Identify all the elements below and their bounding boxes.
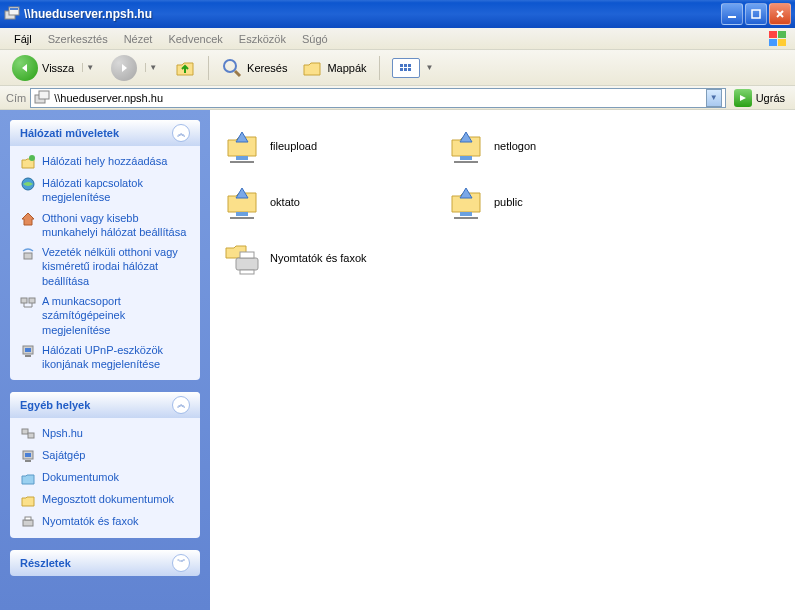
window-controls	[721, 3, 791, 25]
window-title: \\hueduserver.npsh.hu	[24, 7, 721, 21]
network-icon	[20, 426, 36, 442]
back-button[interactable]: Vissza ▼	[6, 51, 103, 85]
shared-folder-icon	[20, 492, 36, 508]
back-dropdown-icon[interactable]: ▼	[82, 63, 97, 72]
file-label: public	[494, 196, 523, 208]
file-item-printers[interactable]: Nyomtatók és faxok	[220, 232, 440, 284]
task-home-network[interactable]: Otthoni vagy kisebb munkahelyi hálózat b…	[20, 211, 190, 240]
svg-rect-22	[22, 429, 28, 434]
task-network-connections[interactable]: Hálózati kapcsolatok megjelenítése	[20, 176, 190, 205]
close-button[interactable]	[769, 3, 791, 25]
file-item-oktato[interactable]: oktato	[220, 176, 440, 228]
documents-icon	[20, 470, 36, 486]
share-folder-icon	[446, 182, 486, 222]
place-mycomputer[interactable]: Sajátgép	[20, 448, 190, 464]
place-printers[interactable]: Nyomtatók és faxok	[20, 514, 190, 530]
file-label: oktato	[270, 196, 300, 208]
separator	[379, 56, 380, 80]
up-button[interactable]	[168, 53, 202, 83]
panel-header[interactable]: Részletek ︾	[10, 550, 200, 576]
printer-icon	[20, 514, 36, 530]
task-upnp[interactable]: Hálózati UPnP-eszközök ikonjának megjele…	[20, 343, 190, 372]
panel-body: Hálózati hely hozzáadása Hálózati kapcso…	[10, 146, 200, 380]
file-label: Nyomtatók és faxok	[270, 252, 367, 264]
svg-rect-10	[39, 91, 49, 99]
wireless-icon	[20, 245, 36, 261]
view-icon	[392, 58, 420, 78]
home-network-icon	[20, 211, 36, 227]
menu-help[interactable]: Súgó	[294, 30, 336, 48]
search-label: Keresés	[247, 62, 287, 74]
globe-icon	[20, 176, 36, 192]
file-pane[interactable]: fileupload netlogon oktato public Nyomta…	[210, 110, 795, 610]
place-documents[interactable]: Dokumentumok	[20, 470, 190, 486]
panel-title: Hálózati műveletek	[20, 127, 119, 139]
folder-up-icon	[174, 57, 196, 79]
svg-rect-31	[460, 156, 472, 160]
go-icon	[734, 89, 752, 107]
file-label: fileupload	[270, 140, 317, 152]
svg-point-11	[29, 155, 35, 161]
svg-rect-28	[25, 517, 31, 520]
task-workgroup[interactable]: A munkacsoport számítógépeinek megjelení…	[20, 294, 190, 337]
file-label: netlogon	[494, 140, 536, 152]
expand-icon[interactable]: ︾	[172, 554, 190, 572]
menubar: Fájl Szerkesztés Nézet Kedvencek Eszközö…	[0, 28, 795, 50]
svg-rect-13	[24, 253, 32, 259]
menu-view[interactable]: Nézet	[116, 30, 161, 48]
folders-button[interactable]: Mappák	[295, 53, 372, 83]
view-button[interactable]: ▼	[386, 54, 440, 82]
place-npsh[interactable]: Npsh.hu	[20, 426, 190, 442]
task-add-network-place[interactable]: Hálózati hely hozzáadása	[20, 154, 190, 170]
svg-rect-3	[728, 16, 736, 18]
svg-rect-4	[752, 10, 760, 18]
search-button[interactable]: Keresés	[215, 53, 293, 83]
file-item-public[interactable]: public	[444, 176, 664, 228]
forward-dropdown-icon[interactable]: ▼	[145, 63, 160, 72]
svg-rect-29	[236, 156, 248, 160]
svg-rect-37	[236, 258, 258, 270]
svg-rect-2	[10, 8, 18, 10]
task-wireless-network[interactable]: Vezeték nélküli otthoni vagy kisméretű i…	[20, 245, 190, 288]
svg-line-8	[235, 71, 240, 76]
sidebar: Hálózati műveletek ︽ Hálózati hely hozzá…	[0, 110, 210, 610]
address-value: \\hueduserver.npsh.hu	[54, 92, 701, 104]
file-item-fileupload[interactable]: fileupload	[220, 120, 440, 172]
svg-rect-14	[21, 298, 27, 303]
menu-edit[interactable]: Szerkesztés	[40, 30, 116, 48]
menu-favorites[interactable]: Kedvencek	[160, 30, 230, 48]
place-shared-documents[interactable]: Megosztott dokumentumok	[20, 492, 190, 508]
share-folder-icon	[222, 182, 262, 222]
svg-rect-25	[25, 453, 31, 457]
share-folder-icon	[222, 126, 262, 166]
minimize-button[interactable]	[721, 3, 743, 25]
svg-rect-21	[25, 355, 31, 357]
collapse-icon[interactable]: ︽	[172, 124, 190, 142]
forward-button[interactable]: ▼	[105, 51, 166, 85]
panel-header[interactable]: Hálózati műveletek ︽	[10, 120, 200, 146]
back-label: Vissza	[42, 62, 74, 74]
forward-icon	[111, 55, 137, 81]
network-place-icon	[20, 154, 36, 170]
menu-file[interactable]: Fájl	[6, 30, 40, 48]
svg-point-7	[224, 60, 236, 72]
svg-rect-15	[29, 298, 35, 303]
svg-rect-20	[25, 348, 31, 352]
go-button[interactable]: Ugrás	[730, 88, 789, 108]
menu-tools[interactable]: Eszközök	[231, 30, 294, 48]
search-icon	[221, 57, 243, 79]
file-item-netlogon[interactable]: netlogon	[444, 120, 664, 172]
printers-folder-icon	[222, 238, 262, 278]
address-dropdown-icon[interactable]: ▼	[706, 89, 722, 107]
panel-header[interactable]: Egyéb helyek ︽	[10, 392, 200, 418]
content-area: Hálózati műveletek ︽ Hálózati hely hozzá…	[0, 110, 795, 610]
svg-rect-27	[23, 520, 33, 526]
computer-icon	[20, 448, 36, 464]
svg-rect-26	[25, 460, 31, 462]
svg-rect-39	[240, 270, 254, 274]
address-input[interactable]: \\hueduserver.npsh.hu ▼	[30, 88, 725, 108]
addressbar: Cím \\hueduserver.npsh.hu ▼ Ugrás	[0, 86, 795, 110]
collapse-icon[interactable]: ︽	[172, 396, 190, 414]
windows-flag-icon	[769, 30, 789, 48]
maximize-button[interactable]	[745, 3, 767, 25]
